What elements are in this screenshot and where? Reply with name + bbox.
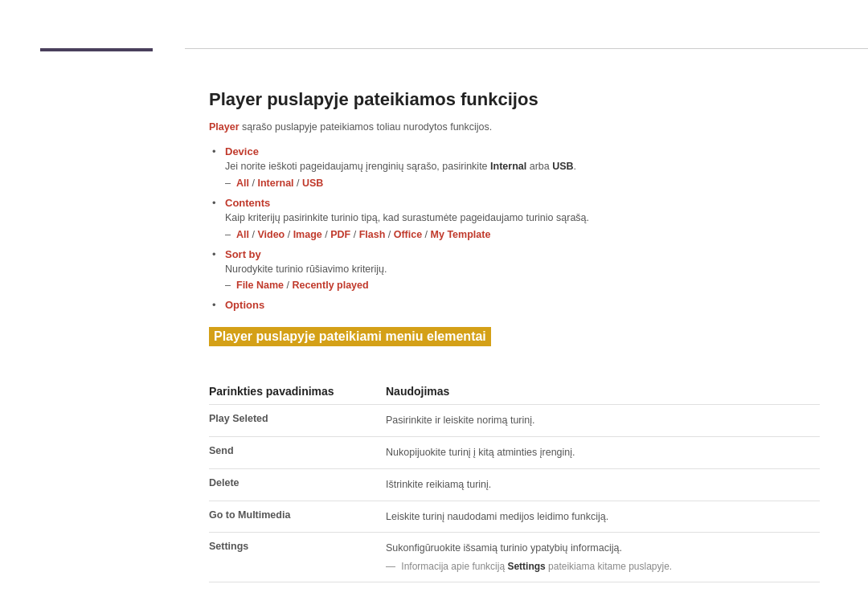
feature-list: Device Jei norite ieškoti pageidaujamų į… <box>209 145 820 311</box>
col1-header: Parinkties pavadinimas <box>209 378 386 405</box>
table-row: Go to Multimedia Leiskite turinį naudoda… <box>209 501 820 533</box>
row-name-play-selected: Play Seleted <box>209 405 386 437</box>
feature-label-options: Options <box>225 299 264 311</box>
sub-list-sortby-item: File Name / Recently played <box>236 280 820 291</box>
row-name-settings: Settings <box>209 533 386 582</box>
table-row: Settings Sukonfigūruokite išsamią turini… <box>209 533 820 582</box>
menu-elements-table: Parinkties pavadinimas Naudojimas Play S… <box>209 378 820 582</box>
page-title: Player puslapyje pateikiamos funkcijos <box>209 89 820 110</box>
row-desc-play-selected: Pasirinkite ir leiskite norimą turinį. <box>386 405 820 437</box>
row-desc-go-to-multimedia: Leiskite turinį naudodami medijos leidim… <box>386 501 820 533</box>
row-desc-settings: Sukonfigūruokite išsamią turinio ypatybi… <box>386 533 820 582</box>
left-sidebar <box>0 0 185 613</box>
table-row: Send Nukopijuokite turinį į kitą atminti… <box>209 437 820 469</box>
intro-highlight: Player <box>209 121 240 133</box>
sub-list-contents: All / Video / Image / PDF / Flash / Offi… <box>225 229 820 240</box>
row-desc-send: Nukopijuokite turinį į kitą atminties įr… <box>386 437 820 469</box>
settings-note: Informacija apie funkciją Settings patei… <box>386 559 820 574</box>
section2-title: Player puslapyje pateikiami meniu elemen… <box>209 327 491 346</box>
sub-list-contents-item: All / Video / Image / PDF / Flash / Offi… <box>236 229 820 240</box>
col2-header: Naudojimas <box>386 378 820 405</box>
table-row: Play Seleted Pasirinkite ir leiskite nor… <box>209 405 820 437</box>
feature-label-contents: Contents <box>225 197 270 209</box>
feature-item-sortby: Sort by Nurodykite turinio rūšiavimo kri… <box>225 248 820 292</box>
main-content: Player puslapyje pateikiamos funkcijos P… <box>185 48 868 613</box>
row-name-send: Send <box>209 437 386 469</box>
feature-item-options: Options <box>225 299 820 311</box>
feature-desc-sortby: Nurodykite turinio rūšiavimo kriterijų. <box>225 262 820 277</box>
page-wrapper: Player puslapyje pateikiamos funkcijos P… <box>0 0 868 613</box>
intro-body: sąrašo puslapyje pateikiamos toliau nuro… <box>240 121 493 133</box>
section2-heading-wrapper: Player puslapyje pateikiami meniu elemen… <box>209 327 820 362</box>
feature-desc-device: Jei norite ieškoti pageidaujamų įrengini… <box>225 159 820 174</box>
row-desc-delete: Ištrinkite reikiamą turinį. <box>386 468 820 501</box>
intro-text: Player sąrašo puslapyje pateikiamos toli… <box>209 121 820 133</box>
row-name-delete: Delete <box>209 468 386 501</box>
table-row: Delete Ištrinkite reikiamą turinį. <box>209 468 820 501</box>
sub-list-device-item: All / Internal / USB <box>236 178 820 189</box>
feature-label-device: Device <box>225 145 259 157</box>
table-header-row: Parinkties pavadinimas Naudojimas <box>209 378 820 405</box>
feature-desc-contents: Kaip kriterijų pasirinkite turinio tipą,… <box>225 210 820 226</box>
feature-label-sortby: Sort by <box>225 248 261 260</box>
feature-item-device: Device Jei norite ieškoti pageidaujamų į… <box>225 145 820 189</box>
feature-item-contents: Contents Kaip kriterijų pasirinkite turi… <box>225 197 820 240</box>
sidebar-bar <box>40 48 153 51</box>
row-name-go-to-multimedia: Go to Multimedia <box>209 501 386 533</box>
sub-list-sortby: File Name / Recently played <box>225 280 820 291</box>
sub-list-device: All / Internal / USB <box>225 178 820 189</box>
